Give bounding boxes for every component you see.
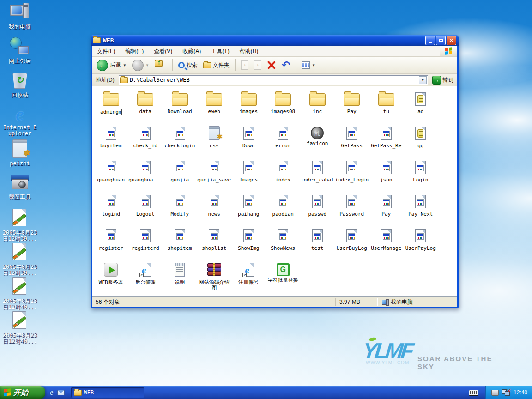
file-item[interactable]: news [197,191,232,225]
back-button[interactable]: ← 后退 ▼ [95,59,128,72]
file-item[interactable]: buyitem [94,123,128,157]
file-item[interactable]: Pay [335,89,369,123]
menu-item-5[interactable]: 帮助(H) [235,48,264,54]
desktop-icon-recycle[interactable]: ↻回收站 [2,71,38,98]
file-item[interactable]: paihang [231,191,266,225]
forward-button[interactable]: → ▼ [130,59,151,72]
file-item[interactable]: images [231,89,266,123]
forward-dropdown-icon[interactable]: ▼ [145,63,149,67]
file-item[interactable]: guanghua... [128,157,163,191]
file-item[interactable]: error [266,123,301,157]
minimize-button[interactable] [425,36,435,45]
file-item[interactable]: index_Login [335,157,369,191]
file-item[interactable]: images08 [266,89,301,123]
views-button[interactable]: ▼ [300,60,317,70]
file-item[interactable]: index [266,157,301,191]
desktop-icon-network[interactable]: 网上邻居 [2,37,38,64]
file-item[interactable]: ✱css [197,123,232,157]
file-item[interactable]: guojia [163,157,197,191]
file-item[interactable]: Down [231,123,266,157]
file-item[interactable]: GetPass [335,123,369,157]
file-item[interactable]: shopitem [163,225,197,260]
desktop-icon-config[interactable]: peizhi [2,139,38,167]
file-item[interactable]: Logout [128,191,163,225]
file-item[interactable]: logind [94,191,128,225]
file-item[interactable]: Password [335,191,369,225]
file-item[interactable]: check_id [128,123,163,157]
file-item[interactable]: Images [231,157,266,191]
file-item[interactable]: paodian [266,191,301,225]
file-item[interactable]: tu [369,89,404,123]
file-item[interactable]: UserPayLog [404,225,438,260]
file-item[interactable]: registerd [128,225,163,260]
desktop-icon-paint[interactable]: 2005年8月23日12时39... [2,242,38,276]
file-item[interactable]: json [369,157,404,191]
resize-grip[interactable] [451,299,457,307]
start-button[interactable]: 开始 [0,386,45,399]
menu-item-4[interactable]: 工具(T) [206,48,234,54]
file-item[interactable]: 网站源码介绍图 [197,260,232,294]
input-method-keyboard-icon[interactable] [469,390,478,396]
back-dropdown-icon[interactable]: ▼ [123,63,127,67]
file-item[interactable]: index_cabal [300,157,335,191]
copy-to-button[interactable] [252,60,263,71]
desktop-icon-ie[interactable]: eInternet Explorer [2,105,38,137]
file-item[interactable]: inc [300,89,335,123]
address-dropdown-button[interactable]: ▼ [419,76,427,84]
views-dropdown-icon[interactable]: ▼ [312,63,315,67]
menu-item-3[interactable]: 收藏(A) [177,48,206,54]
quicklaunch-ie-icon[interactable]: e [50,388,54,397]
taskbar-task-web[interactable]: WEB [71,387,144,398]
up-button[interactable]: ↑ [153,59,169,71]
file-item[interactable]: test [300,225,335,260]
delete-button[interactable] [265,60,278,71]
move-to-button[interactable] [239,60,250,71]
file-item[interactable]: 乱favicon [300,123,335,157]
file-item[interactable]: WEB服务器 [94,260,128,294]
file-item[interactable]: e↗后台管理 [128,260,163,294]
file-item[interactable]: register [94,225,128,260]
file-item[interactable]: guojia_save [197,157,232,191]
file-item[interactable]: 说明 [163,260,197,294]
title-bar[interactable]: WEB ✕ [91,35,459,46]
quicklaunch-outlook-icon[interactable] [57,390,65,395]
file-item[interactable]: ShowNews [266,225,301,260]
tray-device-icon[interactable] [491,390,499,396]
file-item[interactable]: eweb [197,89,232,123]
desktop-icon-paint[interactable]: 2005年8月23日12时40... [2,310,38,345]
file-item[interactable]: passwd [300,191,335,225]
address-input[interactable]: D:\CabalServer\WEB ▼ [119,75,428,85]
file-item[interactable]: e↗注册账号 [231,260,266,294]
file-item[interactable]: G字符批量替换 [266,260,301,294]
menu-item-2[interactable]: 查看(V) [149,48,177,54]
undo-button[interactable]: ↶ [280,60,292,71]
file-item[interactable]: Login [404,157,438,191]
go-button[interactable]: → 转到 [430,76,455,85]
file-item[interactable]: checklogin [163,123,197,157]
file-item[interactable]: admingm [94,89,128,123]
file-item[interactable]: data [128,89,163,123]
file-item[interactable]: ad [404,89,438,123]
menu-item-1[interactable]: 编辑(E) [120,48,149,54]
file-item[interactable]: ShowImg [231,225,266,260]
file-item[interactable]: guanghuan [94,157,128,191]
close-button[interactable]: ✕ [447,36,456,45]
desktop-icon-camera[interactable]: 截图工具 [2,174,38,200]
menu-item-0[interactable]: 文件(F) [92,48,120,54]
file-item[interactable]: GetPass_Re [369,123,404,157]
desktop-icon-paint[interactable]: 2005年8月23日12时40... [2,276,38,310]
file-item[interactable]: shoplist [197,225,232,260]
maximize-button[interactable] [436,36,446,45]
file-item[interactable]: Download [163,89,197,123]
desktop-icon-paint[interactable]: 2005年8月23日12时39... [2,208,38,242]
file-item[interactable]: Pay [369,191,404,225]
desktop-icon-computer[interactable]: 我的电脑 [2,3,38,30]
file-item[interactable]: UserBuyLog [335,225,369,260]
file-item[interactable]: Modify [163,191,197,225]
tray-network-disconnected-icon[interactable]: ✕ [502,389,510,396]
search-button[interactable]: 搜索 [176,60,200,70]
file-item[interactable]: UserManage [369,225,404,260]
file-item[interactable]: Pay_Next [404,191,438,225]
file-item[interactable]: gg [404,123,438,157]
folders-button[interactable]: 文件夹 [201,60,231,70]
